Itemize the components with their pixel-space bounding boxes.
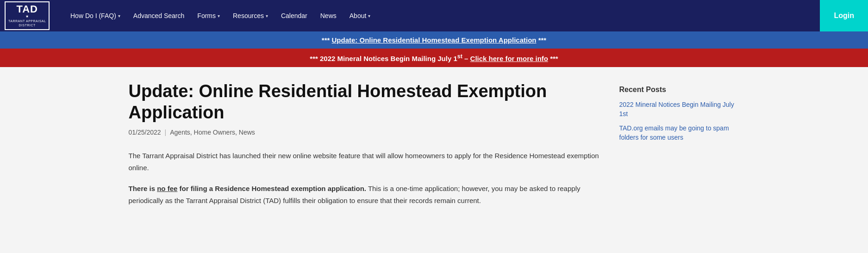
homestead-exemption-link[interactable]: Update: Online Residential Homestead Exe… — [331, 36, 536, 44]
nav-forms[interactable]: Forms ▾ — [192, 8, 225, 23]
sidebar: Recent Posts 2022 Mineral Notices Begin … — [619, 81, 740, 216]
announcement-red-bar: *** 2022 Mineral Notices Begin Mailing J… — [0, 49, 868, 67]
chevron-down-icon: ▾ — [118, 13, 120, 19]
no-fee-text: no fee — [157, 185, 177, 192]
nav-how-do-i[interactable]: How Do I (FAQ) ▾ — [65, 8, 126, 23]
logo-tad: TAD — [16, 4, 38, 14]
post-body: The Tarrant Appraisal District has launc… — [129, 150, 601, 206]
nav-news[interactable]: News — [315, 8, 342, 23]
page-title: Update: Online Residential Homestead Exe… — [129, 81, 601, 123]
body-paragraph-1: The Tarrant Appraisal District has launc… — [129, 150, 601, 173]
site-header: TAD ★ TARRANT APPRAISALDISTRICT How Do I… — [0, 0, 868, 31]
chevron-down-icon: ▾ — [218, 13, 220, 19]
meta-divider: | — [165, 129, 167, 136]
content-area: Update: Online Residential Homestead Exe… — [129, 81, 601, 216]
nav-about[interactable]: About ▾ — [344, 8, 376, 23]
click-here-for-more-info-link[interactable]: Click here for more info — [470, 55, 548, 62]
logo-box: TAD ★ TARRANT APPRAISALDISTRICT — [5, 1, 50, 30]
post-categories: Agents, Home Owners, News — [170, 129, 255, 136]
chevron-down-icon: ▾ — [266, 13, 268, 19]
logo-area[interactable]: TAD ★ TARRANT APPRAISALDISTRICT — [5, 1, 56, 30]
logo-subtitle: TARRANT APPRAISALDISTRICT — [8, 19, 46, 27]
post-date: 01/25/2022 — [129, 129, 161, 136]
announcement-blue-bar: *** Update: Online Residential Homestead… — [0, 31, 868, 49]
nav-advanced-search[interactable]: Advanced Search — [128, 8, 190, 23]
superscript-st: st — [457, 53, 462, 60]
sidebar-title: Recent Posts — [619, 86, 740, 94]
body-paragraph-2: There is no fee for filing a Residence H… — [129, 183, 601, 206]
logo-star: ★ — [25, 14, 29, 19]
nav-resources[interactable]: Resources ▾ — [227, 8, 274, 23]
main-nav: How Do I (FAQ) ▾ Advanced Search Forms ▾… — [65, 8, 820, 23]
chevron-down-icon: ▾ — [368, 13, 370, 19]
bold-prefix: There is no fee for filing a Residence H… — [129, 185, 366, 192]
sidebar-post-1[interactable]: 2022 Mineral Notices Begin Mailing July … — [619, 100, 740, 118]
post-meta: 01/25/2022 | Agents, Home Owners, News — [129, 129, 601, 136]
nav-calendar[interactable]: Calendar — [275, 8, 313, 23]
main-container: Update: Online Residential Homestead Exe… — [110, 67, 758, 229]
sidebar-post-2[interactable]: TAD.org emails may be going to spam fold… — [619, 124, 740, 142]
login-button[interactable]: Login — [820, 0, 868, 31]
